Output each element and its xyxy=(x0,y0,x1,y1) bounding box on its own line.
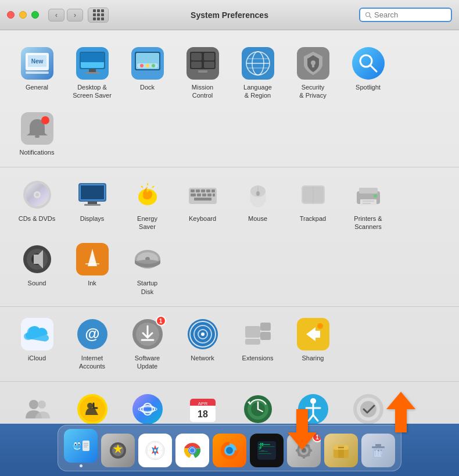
svg-rect-174 xyxy=(303,442,305,445)
grid-view-button[interactable] xyxy=(88,8,109,23)
search-bar[interactable] xyxy=(359,8,452,22)
pref-item-internet-accounts[interactable]: @ InternetAccounts xyxy=(64,312,120,377)
svg-text:18: 18 xyxy=(198,409,208,419)
search-input[interactable] xyxy=(374,10,444,19)
pref-item-cds[interactable]: CDs & DVDs xyxy=(9,172,64,237)
pref-item-language[interactable]: Language& Region xyxy=(230,41,285,106)
svg-rect-164 xyxy=(259,451,268,452)
pref-item-accessibility[interactable]: Accessibility xyxy=(285,386,340,424)
dock-item-boxflat[interactable] xyxy=(324,434,358,467)
svg-point-102 xyxy=(317,323,323,329)
section-system: Users &Groups ParentalControls xyxy=(0,382,459,424)
svg-rect-12 xyxy=(85,72,99,74)
pref-item-sharing[interactable]: Sharing xyxy=(285,312,340,377)
internet-accounts-icon: @ xyxy=(76,317,109,351)
pref-item-spotlight[interactable]: Spotlight xyxy=(340,41,396,106)
notifications-label: Notifications xyxy=(20,148,55,156)
svg-rect-170 xyxy=(262,445,263,446)
svg-rect-97 xyxy=(245,326,260,338)
dock-item-iterm[interactable]: >_ xyxy=(250,434,284,467)
pref-item-network[interactable]: Network xyxy=(175,312,230,377)
printers-icon xyxy=(352,178,385,212)
dock-icon xyxy=(131,46,164,80)
maximize-button[interactable] xyxy=(31,11,39,19)
svg-rect-56 xyxy=(206,189,210,192)
svg-rect-139 xyxy=(83,441,89,451)
mouse-label: Mouse xyxy=(248,214,267,223)
pref-item-date-time[interactable]: 18 APR Date & Time xyxy=(175,386,230,424)
pref-item-startup[interactable]: StartupDisk xyxy=(120,237,175,302)
pref-item-mouse[interactable]: Mouse xyxy=(230,172,285,237)
pref-item-profiles[interactable]: Profiles xyxy=(340,386,396,424)
pref-item-dock[interactable]: Dock xyxy=(120,41,175,106)
svg-rect-176 xyxy=(296,449,299,452)
dock-item-launchpad[interactable] xyxy=(101,434,135,467)
svg-point-18 xyxy=(146,64,149,67)
svg-text:@: @ xyxy=(85,325,99,342)
svg-point-131 xyxy=(360,401,376,417)
system-prefs-badge: 1 xyxy=(312,434,321,442)
trackpad-label: Trackpad xyxy=(300,214,326,223)
svg-point-0 xyxy=(366,12,370,16)
pref-item-icloud[interactable]: iCloud xyxy=(9,312,64,377)
pref-item-software-update[interactable]: 1 SoftwareUpdate xyxy=(120,312,175,377)
pref-item-time-machine[interactable]: TimeMachine xyxy=(230,386,285,424)
internet-items-grid: iCloud @ InternetAccounts xyxy=(9,312,450,377)
svg-rect-22 xyxy=(191,53,202,60)
svg-rect-169 xyxy=(260,446,261,448)
svg-rect-35 xyxy=(312,65,314,67)
dock-item-firefox[interactable] xyxy=(213,434,246,467)
pref-item-energy[interactable]: EnergySaver xyxy=(120,172,175,237)
pref-item-users[interactable]: Users &Groups xyxy=(9,386,64,424)
pref-item-sound[interactable]: Sound xyxy=(9,237,64,302)
security-label: Security& Privacy xyxy=(299,83,326,100)
pref-item-extensions[interactable]: Extensions xyxy=(230,312,285,377)
titlebar: ‹ › System Preferences xyxy=(0,0,459,30)
dock-item-safari[interactable] xyxy=(138,434,172,467)
extensions-icon xyxy=(241,317,275,351)
pref-item-notifications[interactable]: Notifications xyxy=(9,106,64,162)
svg-text:New: New xyxy=(31,58,43,65)
svg-rect-49 xyxy=(88,202,97,204)
svg-point-41 xyxy=(41,116,49,124)
svg-rect-59 xyxy=(197,194,201,196)
pref-item-keyboard[interactable]: Keyboard xyxy=(175,172,230,237)
pref-item-mission[interactable]: MissionControl xyxy=(175,41,230,106)
svg-point-67 xyxy=(256,191,260,196)
pref-item-parental[interactable]: ParentalControls xyxy=(64,386,120,424)
forward-button[interactable]: › xyxy=(67,9,83,22)
pref-item-general[interactable]: New General xyxy=(9,41,64,106)
svg-rect-188 xyxy=(372,446,385,448)
svg-rect-5 xyxy=(26,71,49,74)
svg-rect-55 xyxy=(201,189,205,192)
close-button[interactable] xyxy=(7,11,15,19)
pref-item-displays[interactable]: Displays xyxy=(64,172,120,237)
sharing-label: Sharing xyxy=(302,354,324,362)
svg-rect-58 xyxy=(191,194,196,196)
extensions-label: Extensions xyxy=(242,354,274,362)
svg-rect-61 xyxy=(207,194,211,196)
back-button[interactable]: ‹ xyxy=(48,9,64,22)
mouse-icon xyxy=(241,178,275,212)
dock-item-finder[interactable] xyxy=(64,429,98,467)
svg-point-158 xyxy=(226,447,233,454)
dock-item-chrome[interactable] xyxy=(175,434,209,467)
svg-rect-24 xyxy=(191,62,202,68)
ink-label: Ink xyxy=(88,279,96,287)
svg-rect-177 xyxy=(309,449,312,452)
pref-item-desktop[interactable]: Desktop &Screen Saver xyxy=(64,41,120,106)
svg-rect-168 xyxy=(260,445,261,446)
language-icon xyxy=(241,46,275,80)
pref-item-ink[interactable]: Ink xyxy=(64,237,120,302)
svg-rect-57 xyxy=(211,189,215,192)
dock-item-system-prefs[interactable]: 1 xyxy=(287,434,321,467)
pref-item-security[interactable]: Security& Privacy xyxy=(285,41,340,106)
svg-line-1 xyxy=(370,16,371,18)
dock-item-trash[interactable] xyxy=(361,434,395,467)
pref-item-printers[interactable]: Printers &Scanners xyxy=(340,172,396,237)
svg-rect-11 xyxy=(89,69,96,72)
pref-item-siri[interactable]: Siri xyxy=(120,386,175,424)
svg-rect-98 xyxy=(260,323,271,331)
minimize-button[interactable] xyxy=(19,11,27,19)
pref-item-trackpad[interactable]: Trackpad xyxy=(285,172,340,237)
